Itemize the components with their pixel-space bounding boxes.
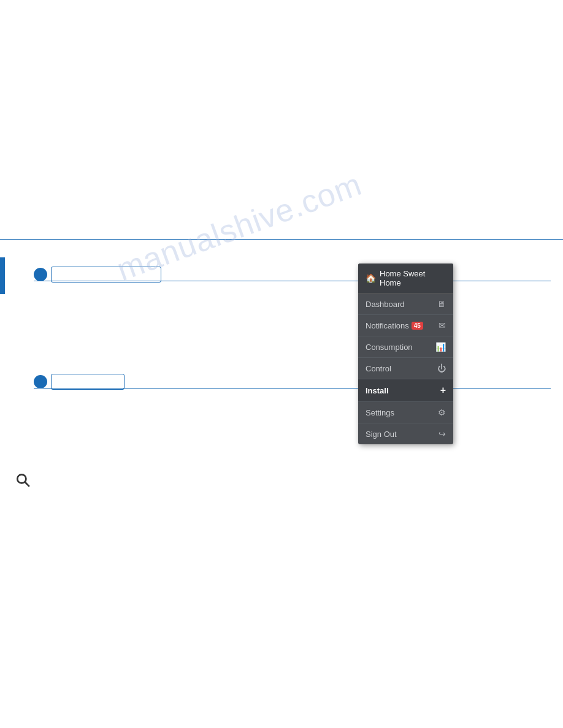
menu-item-consumption[interactable]: Consumption 📊 (358, 336, 453, 358)
plus-icon: + (440, 385, 446, 396)
top-divider (0, 239, 563, 240)
menu-item-settings-left: Settings (366, 408, 394, 417)
search-icon[interactable] (13, 471, 32, 489)
left-sidebar-tab (0, 257, 5, 294)
dropdown-menu: 🏠 Home Sweet Home Dashboard 🖥 Notificati… (358, 264, 453, 444)
svg-point-0 (17, 474, 26, 483)
menu-item-notifications-left: Notifications 45 (366, 321, 426, 330)
circle-button-1[interactable] (34, 268, 47, 281)
menu-item-signout-left: Sign Out (366, 430, 397, 439)
input-line-2 (34, 388, 551, 389)
dashboard-label: Dashboard (366, 300, 405, 309)
menu-item-install-left: Install (366, 386, 389, 395)
control-label: Control (366, 364, 391, 373)
menu-item-signout[interactable]: Sign Out ↪ (358, 423, 453, 444)
monitor-icon: 🖥 (437, 299, 446, 309)
bar-chart-icon: 📊 (435, 342, 446, 352)
menu-item-dashboard-left: Dashboard (366, 300, 405, 309)
menu-header-label: Home Sweet Home (380, 269, 446, 287)
menu-item-consumption-left: Consumption (366, 343, 413, 352)
gear-icon: ⚙ (438, 408, 446, 417)
power-icon: ⏻ (437, 363, 446, 373)
install-label: Install (366, 386, 389, 395)
menu-item-control-left: Control (366, 364, 391, 373)
menu-item-dashboard[interactable]: Dashboard 🖥 (358, 294, 453, 315)
circle-button-2[interactable] (34, 375, 47, 389)
envelope-icon: ✉ (439, 320, 446, 330)
notification-badge: 45 (412, 322, 423, 330)
notifications-label: Notifications (366, 321, 409, 330)
input-line-1 (34, 281, 551, 281)
menu-item-control[interactable]: Control ⏻ (358, 358, 453, 379)
consumption-label: Consumption (366, 343, 413, 352)
svg-line-1 (25, 482, 29, 487)
home-icon: 🏠 (366, 273, 376, 283)
menu-header: 🏠 Home Sweet Home (358, 264, 453, 294)
menu-item-notifications[interactable]: Notifications 45 ✉ (358, 315, 453, 336)
settings-label: Settings (366, 408, 394, 417)
menu-item-install[interactable]: Install + (358, 379, 453, 402)
signout-icon: ↪ (439, 429, 446, 439)
signout-label: Sign Out (366, 430, 397, 439)
menu-item-settings[interactable]: Settings ⚙ (358, 402, 453, 423)
